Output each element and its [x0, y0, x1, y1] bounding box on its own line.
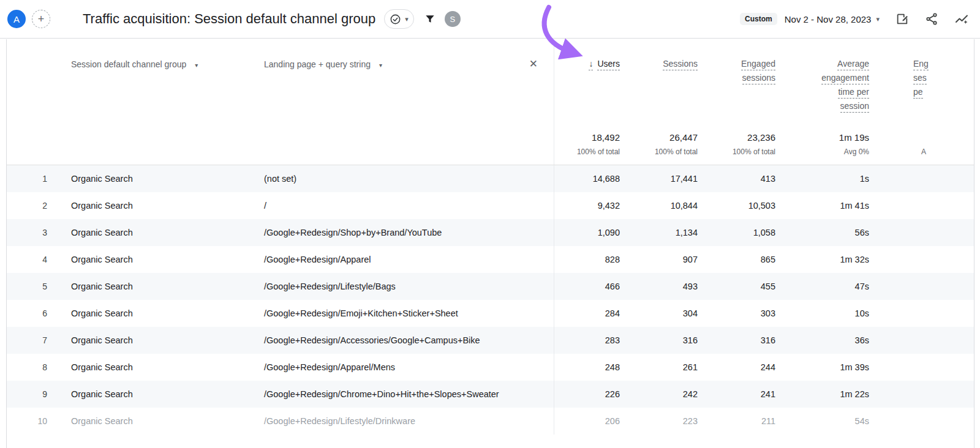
close-icon[interactable]: ✕ — [529, 58, 538, 70]
row-sessions-value: 261 — [620, 362, 698, 372]
add-comparison-button[interactable]: + — [32, 10, 50, 28]
plus-icon: + — [38, 13, 45, 24]
row-index: 9 — [7, 389, 51, 399]
row-users-value: 1,090 — [554, 219, 620, 246]
row-users-value: 226 — [554, 381, 620, 408]
row-avg-engagement-time-value: 54s — [775, 416, 869, 426]
avg-engagement-time-column-header[interactable]: Average engagement time per session — [775, 39, 869, 126]
row-channel-group: Organic Search — [51, 174, 244, 184]
data-quality-pill[interactable]: ▾ — [384, 9, 414, 29]
row-index: 4 — [7, 255, 51, 264]
row-avg-engagement-time-value: 56s — [775, 228, 869, 237]
row-number-header — [7, 39, 51, 126]
caret-down-icon[interactable]: ▾ — [379, 62, 382, 69]
row-engaged-sessions-value: 211 — [698, 416, 775, 426]
row-avg-engagement-time-value: 1m 39s — [775, 362, 869, 372]
table-row[interactable]: 3 Organic Search /Google+Redesign/Shop+b… — [7, 219, 974, 246]
row-engaged-sessions-value: 316 — [698, 335, 775, 345]
table-row[interactable]: 5 Organic Search /Google+Redesign/Lifest… — [7, 273, 974, 300]
landing-page-header-label: Landing page + query string — [264, 59, 371, 69]
row-sessions-value: 316 — [620, 335, 698, 345]
row-engaged-sessions-value: 413 — [698, 174, 775, 184]
report-title: Traffic acquisition: Session default cha… — [83, 11, 375, 27]
row-engaged-sessions-value: 10,503 — [698, 201, 775, 211]
sessions-column-header[interactable]: Sessions — [620, 39, 698, 126]
top-header: A + Traffic acquisition: Session default… — [0, 0, 980, 39]
row-landing-page: /Google+Redesign/Lifestyle/Drinkware — [244, 416, 554, 426]
share-button[interactable] — [925, 12, 938, 26]
channel-group-column-header[interactable]: Session default channel group▾ — [51, 39, 244, 126]
row-users-value: 284 — [554, 300, 620, 327]
sort-desc-icon: ↓ — [589, 59, 593, 70]
row-sessions-value: 1,134 — [620, 228, 698, 237]
row-avg-engagement-time-value: 1m 22s — [775, 389, 869, 399]
row-landing-page: (not set) — [244, 174, 554, 184]
table-body: 1 Organic Search (not set) 14,688 17,441… — [7, 165, 974, 435]
table-totals-row: 18,492 100% of total 26,447 100% of tota… — [7, 126, 974, 165]
table-row[interactable]: 2 Organic Search / 9,432 10,844 10,503 1… — [7, 192, 974, 219]
table-row[interactable]: 10 Organic Search /Google+Redesign/Lifes… — [7, 408, 974, 435]
users-column-header[interactable]: ↓Users — [554, 39, 620, 126]
row-landing-page: /Google+Redesign/Apparel/Mens — [244, 362, 554, 372]
row-engaged-sessions-value: 303 — [698, 308, 775, 318]
row-index: 7 — [7, 335, 51, 345]
table-row[interactable]: 7 Organic Search /Google+Redesign/Access… — [7, 327, 974, 354]
table-row[interactable]: 9 Organic Search /Google+Redesign/Chrome… — [7, 381, 974, 408]
header-right-controls: Custom Nov 2 - Nov 28, 2023 ▾ — [740, 12, 980, 26]
row-sessions-value: 10,844 — [620, 201, 698, 211]
caret-down-icon: ▾ — [405, 15, 409, 23]
ga4-report-page: A + Traffic acquisition: Session default… — [0, 0, 980, 448]
customize-report-button[interactable] — [895, 12, 909, 26]
row-avg-engagement-time-value: 1s — [775, 174, 869, 184]
clipped-column-header: Eng ses pe — [869, 39, 974, 126]
row-users-value: 14,688 — [554, 165, 620, 192]
row-index: 2 — [7, 201, 51, 211]
table-row[interactable]: 1 Organic Search (not set) 14,688 17,441… — [7, 165, 974, 192]
table-row[interactable]: 6 Organic Search /Google+Redesign/Emoji+… — [7, 300, 974, 327]
row-landing-page: /Google+Redesign/Chrome+Dino+Hit+the+Slo… — [244, 389, 554, 399]
row-channel-group: Organic Search — [51, 201, 244, 211]
row-users-value: 828 — [554, 246, 620, 273]
customize-report-icon — [895, 12, 909, 26]
row-sessions-value: 907 — [620, 255, 698, 264]
row-channel-group: Organic Search — [51, 282, 244, 291]
row-avg-engagement-time-value: 36s — [775, 335, 869, 345]
table-row[interactable]: 8 Organic Search /Google+Redesign/Appare… — [7, 354, 974, 381]
row-channel-group: Organic Search — [51, 416, 244, 426]
row-landing-page: /Google+Redesign/Apparel — [244, 255, 554, 264]
avg-engagement-time-total: 1m 19s Avg 0% — [775, 126, 869, 165]
engaged-sessions-column-header[interactable]: Engaged sessions — [698, 39, 775, 126]
collaborator-badge[interactable]: S — [445, 11, 461, 27]
row-channel-group: Organic Search — [51, 389, 244, 399]
filter-funnel-icon — [424, 13, 436, 25]
row-landing-page: /Google+Redesign/Accessories/Google+Camp… — [244, 335, 554, 345]
row-channel-group: Organic Search — [51, 255, 244, 264]
row-engaged-sessions-value: 1,058 — [698, 228, 775, 237]
insights-icon — [954, 12, 969, 26]
row-engaged-sessions-value: 241 — [698, 389, 775, 399]
share-icon — [925, 12, 938, 26]
account-avatar[interactable]: A — [7, 10, 26, 28]
users-total: 18,492 100% of total — [554, 126, 620, 165]
row-users-value: 206 — [554, 408, 620, 435]
row-index: 6 — [7, 308, 51, 318]
row-users-value: 466 — [554, 273, 620, 300]
channel-group-header-label: Session default channel group — [71, 59, 186, 69]
row-engaged-sessions-value: 455 — [698, 282, 775, 291]
table-header-row: Session default channel group▾ Landing p… — [7, 39, 974, 126]
date-range-selector[interactable]: Nov 2 - Nov 28, 2023 — [785, 14, 872, 24]
caret-down-icon[interactable]: ▾ — [195, 62, 198, 69]
row-channel-group: Organic Search — [51, 308, 244, 318]
table-row[interactable]: 4 Organic Search /Google+Redesign/Appare… — [7, 246, 974, 273]
row-channel-group: Organic Search — [51, 228, 244, 237]
row-landing-page: /Google+Redesign/Lifestyle/Bags — [244, 282, 554, 291]
row-landing-page: /Google+Redesign/Shop+by+Brand/YouTube — [244, 228, 554, 237]
row-index: 1 — [7, 174, 51, 184]
row-index: 10 — [7, 416, 51, 426]
row-landing-page: / — [244, 201, 554, 211]
filter-button[interactable] — [424, 13, 436, 25]
caret-down-icon[interactable]: ▾ — [876, 15, 880, 23]
insights-button[interactable] — [954, 12, 969, 26]
row-channel-group: Organic Search — [51, 362, 244, 372]
landing-page-column-header[interactable]: Landing page + query string▾ ✕ — [244, 39, 554, 126]
